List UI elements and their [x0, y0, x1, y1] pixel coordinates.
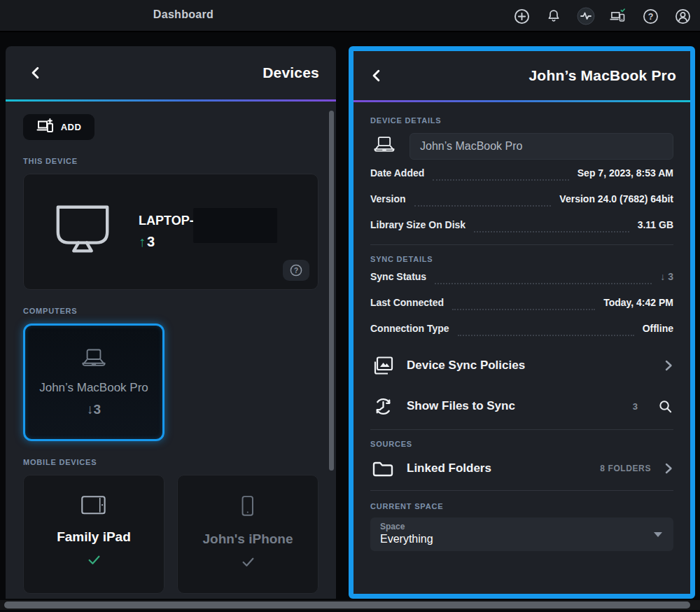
vertical-scrollbar-thumb[interactable] [329, 111, 334, 471]
devices-panel-header: Devices [6, 46, 336, 99]
tablet-icon [80, 495, 107, 518]
search-icon[interactable] [657, 398, 673, 415]
laptop-icon [78, 347, 110, 373]
section-label-sync-details: SYNC DETAILS [370, 255, 673, 263]
help-icon[interactable]: ? [641, 7, 659, 25]
gradient-divider [354, 100, 690, 102]
section-label-computers: COMPUTERS [23, 307, 318, 315]
linked-folders-label: Linked Folders [407, 461, 491, 475]
activity-pulse-icon[interactable] [577, 7, 595, 25]
mobile-card-iphone[interactable]: John's iPhone [177, 475, 318, 594]
detail-label: Last Connected [370, 297, 444, 308]
synced-check-icon [88, 555, 101, 568]
add-device-button[interactable]: ADD [23, 114, 94, 140]
section-label-this-device: THIS DEVICE [23, 157, 318, 165]
dotted-leader [458, 335, 634, 336]
detail-label: Sync Status [370, 271, 426, 282]
linked-folders-row[interactable]: Linked Folders 8 FOLDERS [370, 448, 673, 489]
detail-row-version: Version Version 24.0 (7682) 64bit [370, 186, 673, 211]
device-detail-header: John’s MacBook Pro [354, 51, 690, 100]
folder-icon [370, 459, 396, 478]
devices-synced-icon[interactable] [609, 7, 627, 25]
files-to-sync-count: 3 [633, 401, 638, 412]
this-device-info: LAPTOP- ↑3 [139, 214, 194, 250]
detail-value: Sep 7, 2023, 8:53 AM [578, 167, 673, 179]
detail-value: Offline [643, 323, 673, 334]
folders-count-badge: 8 FOLDERS [600, 464, 651, 473]
section-label-mobile-devices: MOBILE DEVICES [23, 458, 318, 466]
mobile-card-ipad[interactable]: Family iPad [23, 475, 164, 594]
bell-icon[interactable] [545, 7, 563, 25]
add-circle-icon[interactable] [512, 7, 531, 25]
help-badge-button[interactable]: ? [283, 260, 309, 281]
section-label-sources: SOURCES [370, 440, 673, 448]
detail-value: Version 24.0 (7682) 64bit [559, 193, 673, 204]
add-device-label: ADD [61, 122, 81, 132]
page-title: Dashboard [153, 8, 214, 21]
show-files-to-sync-label: Show Files to Sync [407, 399, 515, 413]
synced-check-icon [241, 557, 255, 570]
desktop-monitor-icon [52, 202, 113, 261]
section-divider [370, 429, 673, 430]
detail-row-sync-status: Sync Status ↓3 [370, 263, 673, 289]
detail-row-connection-type: Connection Type Offline [370, 315, 673, 341]
gradient-divider [6, 99, 336, 102]
mobile-card-name: Family iPad [57, 529, 131, 545]
sync-history-icon [370, 395, 396, 418]
device-detail-title: John’s MacBook Pro [528, 67, 676, 84]
horizontal-scrollbar-track[interactable] [0, 600, 700, 610]
computer-card-name: John’s MacBook Pro [39, 381, 148, 395]
device-sync-policies-row[interactable]: Device Sync Policies [370, 345, 673, 386]
chevron-down-icon [654, 532, 662, 537]
section-divider [370, 490, 673, 491]
section-label-current-space: CURRENT SPACE [370, 502, 673, 510]
chevron-right-icon [664, 461, 673, 475]
devices-panel-title: Devices [262, 64, 319, 81]
top-bar: Dashboard ? [0, 0, 700, 32]
laptop-icon [370, 134, 398, 158]
back-icon[interactable] [29, 67, 42, 79]
section-label-device-details: DEVICE DETAILS [370, 116, 673, 125]
device-name-row [370, 133, 673, 160]
svg-text:?: ? [294, 267, 298, 274]
device-name-input[interactable] [410, 133, 673, 160]
topbar-icon-group: ? [512, 0, 692, 32]
photos-stack-icon [370, 355, 396, 377]
dotted-leader [474, 231, 629, 232]
account-icon[interactable] [673, 7, 692, 25]
detail-value: Today, 4:42 PM [603, 297, 673, 308]
computer-card-macbook[interactable]: John’s MacBook Pro ↓3 [23, 324, 164, 441]
mobile-device-cards: Family iPad John's iPhone [23, 475, 318, 594]
detail-label: Date Added [370, 167, 424, 179]
this-device-card[interactable]: LAPTOP- ↑3 ? [23, 174, 318, 290]
this-device-name: LAPTOP- [139, 214, 194, 228]
dotted-leader [435, 283, 652, 284]
pending-download-count: 3 [93, 402, 101, 417]
devices-panel: Devices ADD THIS DEVICE LAPTOP- ↑3 ? [6, 46, 336, 599]
sync-status-value: ↓3 [660, 271, 673, 282]
dotted-leader [433, 179, 569, 181]
detail-label: Connection Type [370, 323, 449, 334]
show-files-to-sync-row[interactable]: Show Files to Sync 3 [370, 386, 673, 426]
detail-label: Library Size On Disk [370, 219, 465, 230]
device-detail-panel: John’s MacBook Pro DEVICE DETAILS Date A… [349, 46, 695, 599]
redacted-name-block [193, 208, 277, 243]
detail-value: 3.11 GB [638, 219, 673, 230]
space-selected-value: Everything [380, 533, 664, 545]
space-select-dropdown[interactable]: Space Everything [370, 517, 673, 551]
horizontal-scrollbar-thumb[interactable] [4, 601, 690, 608]
detail-row-last-connected: Last Connected Today, 4:42 PM [370, 289, 673, 315]
back-icon[interactable] [370, 69, 383, 82]
detail-row-date-added: Date Added Sep 7, 2023, 8:53 AM [370, 160, 673, 186]
space-field-label: Space [380, 522, 664, 531]
detail-row-library-size: Library Size On Disk 3.11 GB [370, 211, 673, 237]
add-device-icon [36, 118, 55, 136]
download-arrow-icon: ↓ [660, 271, 665, 282]
svg-text:?: ? [648, 11, 653, 21]
this-device-sync-status: ↑3 [139, 234, 194, 250]
sync-pending-count: 3 [668, 271, 673, 282]
phone-icon [241, 495, 255, 520]
device-sync-policies-label: Device Sync Policies [407, 359, 525, 373]
dotted-leader [452, 309, 595, 310]
pending-upload-count: 3 [147, 234, 155, 249]
